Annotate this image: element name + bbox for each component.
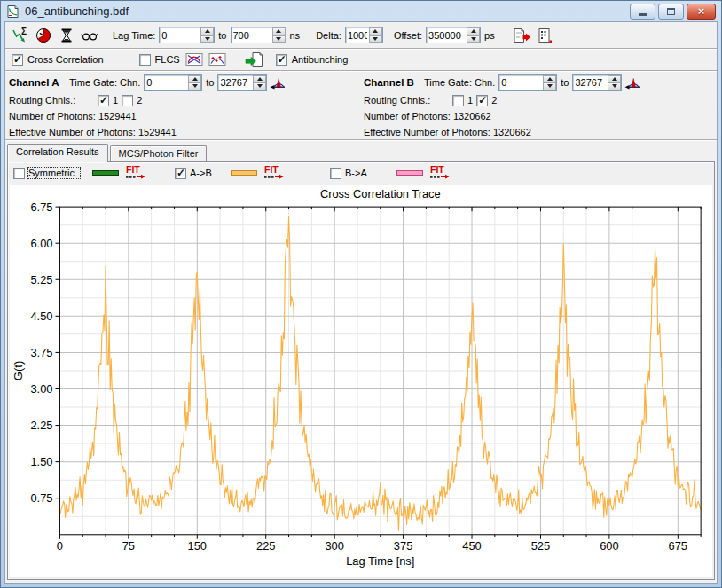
lag-to-input[interactable]: [232, 27, 272, 43]
titlebar: 06_antibunching.bdf ×: [1, 1, 721, 21]
channel-a-gate-from-fieldwrap: [144, 74, 202, 91]
channel-b-gate-to-input[interactable]: [573, 75, 608, 90]
offset-input[interactable]: [427, 27, 467, 43]
lag-to-spinner[interactable]: [272, 27, 286, 43]
options-toolbar: Cross Correlation FLCS Antibunching: [5, 49, 717, 71]
channel-a-routing-1-checkbox[interactable]: [98, 95, 109, 106]
channel-a-photons: Number of Photons: 1529441: [9, 111, 137, 122]
close-button[interactable]: ×: [687, 4, 716, 20]
fit-arrow-icon: [430, 174, 450, 180]
antibunching-label: Antibunching: [292, 54, 349, 65]
svg-text:150: 150: [188, 539, 207, 553]
svg-text:525: 525: [531, 539, 550, 553]
svg-text:3.00: 3.00: [30, 382, 52, 396]
channel-b-time-gate-icon[interactable]: [622, 73, 643, 92]
channel-a-time-gate-icon[interactable]: [267, 73, 288, 92]
bdf-file-icon: [6, 4, 20, 19]
fit-arrow-icon: [126, 174, 145, 180]
close-icon: ×: [698, 5, 705, 17]
offset-label: Offset:: [394, 30, 422, 41]
channel-a-routing-1-label: 1: [113, 95, 118, 106]
svg-text:6.00: 6.00: [30, 237, 52, 250]
flcs-checkbox[interactable]: [139, 54, 151, 66]
main-toolbar: Σ Lag Time: to ns Delta:: [5, 22, 717, 49]
tab-mcs-photon-filter[interactable]: MCS/Photon Filter: [110, 145, 208, 161]
lag-to-fieldwrap: [231, 27, 286, 43]
offset-spinner[interactable]: [467, 27, 480, 43]
time-pie-icon[interactable]: [33, 26, 54, 45]
channel-b-gate-from-spinner[interactable]: [543, 75, 556, 90]
channel-a-routing-label: Routing Chnls.:: [9, 95, 98, 106]
channel-a-gate-from-input[interactable]: [145, 75, 188, 90]
hourglass-icon[interactable]: [56, 26, 77, 45]
b-to-a-fit-button[interactable]: FIT: [430, 166, 450, 180]
channel-a-routing-2-checkbox[interactable]: [122, 95, 133, 106]
chart-area: 0751502253003754505256006750.751.502.253…: [10, 185, 712, 577]
svg-text:75: 75: [122, 539, 135, 553]
channel-panels: Channel A Time Gate: Chn. to: [5, 71, 717, 140]
export-report-icon[interactable]: [511, 26, 532, 45]
flcs-label: FLCS: [155, 54, 180, 65]
b-to-a-checkbox[interactable]: [330, 168, 341, 179]
svg-text:Lag Time [ns]: Lag Time [ns]: [346, 554, 414, 568]
delta-spinner[interactable]: [369, 27, 382, 43]
antibunching-checkbox[interactable]: [276, 54, 287, 66]
svg-text:G(t): G(t): [12, 361, 25, 380]
channel-a-title: Channel A: [9, 77, 66, 88]
import-data-icon[interactable]: [244, 50, 265, 69]
legend-row: Symmetric FIT A->B FIT: [8, 162, 714, 184]
client-area: Σ Lag Time: to ns Delta:: [4, 21, 718, 584]
svg-text:225: 225: [256, 539, 275, 553]
svg-text:5.25: 5.25: [30, 273, 52, 286]
svg-text:Σ: Σ: [21, 27, 27, 36]
delta-input[interactable]: [346, 27, 369, 43]
channel-a-gate-from-spinner[interactable]: [188, 75, 201, 90]
svg-text:675: 675: [669, 539, 687, 553]
minimize-button[interactable]: [630, 4, 655, 20]
offset-fieldwrap: [426, 27, 481, 43]
channel-b-photons: Number of Photons: 1320662: [364, 111, 491, 122]
channel-b-gate-to-label: to: [561, 77, 569, 88]
tab-correlation-results[interactable]: Correlation Results: [7, 144, 108, 162]
svg-text:1.50: 1.50: [30, 455, 52, 468]
svg-text:2.25: 2.25: [30, 419, 52, 432]
lag-from-fieldwrap: [159, 27, 215, 43]
channel-a-gate-to-spinner[interactable]: [253, 75, 266, 90]
a-to-b-fit-button[interactable]: FIT: [264, 166, 284, 180]
symmetric-label: Symmetric: [28, 168, 80, 178]
channel-b-gate-to-fieldwrap: [572, 74, 622, 91]
b-to-a-label: B->A: [345, 168, 373, 178]
channel-b-title: Channel B: [364, 77, 420, 88]
channel-b-gate-from-input[interactable]: [499, 75, 543, 90]
svg-text:0.75: 0.75: [30, 491, 52, 505]
maximize-button[interactable]: [658, 4, 684, 20]
channel-b-routing-1-checkbox[interactable]: [452, 95, 464, 106]
maximize-icon: [667, 8, 675, 15]
window-title: 06_antibunching.bdf: [25, 4, 129, 18]
svg-text:450: 450: [462, 539, 481, 553]
svg-text:300: 300: [325, 539, 343, 553]
export-notes-icon[interactable]: [534, 26, 555, 45]
lag-from-input[interactable]: [160, 27, 200, 43]
fit-curves-icon[interactable]: [184, 50, 205, 69]
channel-b-gate-to-spinner[interactable]: [608, 75, 621, 90]
svg-text:6.75: 6.75: [30, 200, 52, 214]
a-to-b-color-swatch: [231, 170, 257, 176]
channel-a-gate-to-input[interactable]: [218, 75, 253, 90]
symmetric-checkbox[interactable]: [13, 168, 25, 179]
sum-trace-icon[interactable]: Σ: [10, 26, 31, 45]
svg-text:3.75: 3.75: [30, 346, 52, 359]
channel-a-gate-to-fieldwrap: [217, 74, 267, 91]
a-to-b-checkbox[interactable]: [175, 168, 186, 179]
b-to-a-color-swatch: [396, 170, 423, 176]
fit-markers-icon[interactable]: [207, 50, 228, 69]
channel-b-routing-2-checkbox[interactable]: [476, 95, 488, 106]
correlation-results-panel: Symmetric FIT A->B FIT: [7, 161, 715, 580]
lag-to-label: to: [218, 30, 226, 41]
cross-correlation-checkbox[interactable]: [12, 54, 23, 66]
delta-label: Delta:: [316, 30, 341, 41]
symmetric-fit-button[interactable]: FIT: [126, 166, 145, 180]
channel-a-timegate-label: Time Gate: Chn.: [69, 77, 140, 88]
lag-from-spinner[interactable]: [200, 27, 214, 43]
glasses-icon[interactable]: [79, 26, 100, 45]
